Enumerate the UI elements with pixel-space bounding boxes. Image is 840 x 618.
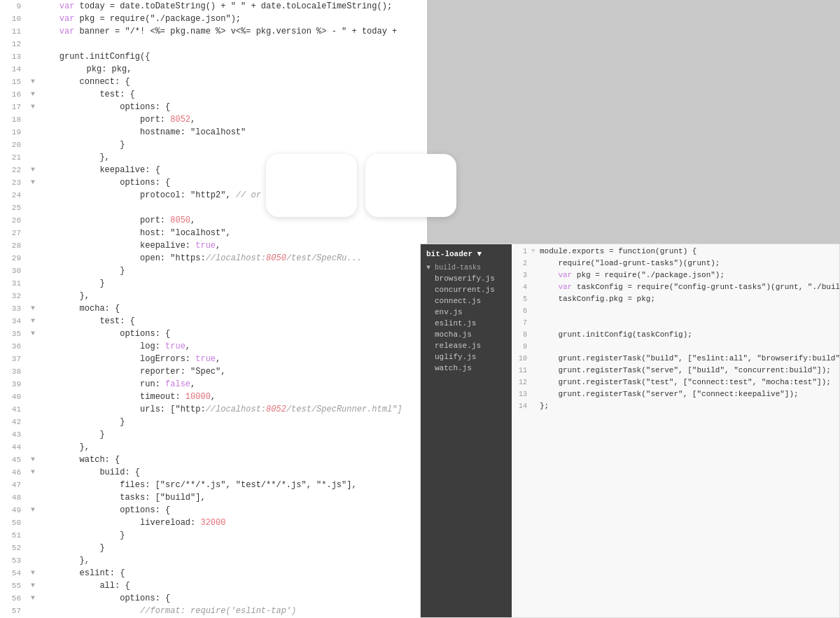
- line-number: 44: [0, 441, 28, 454]
- file-tree-item[interactable]: mocha.js: [421, 329, 512, 340]
- line-number: 47: [0, 479, 28, 491]
- right-code-text: grunt.registerTask("test", ["connect:tes…: [540, 377, 839, 388]
- right-code-line: 7: [512, 317, 839, 329]
- top-right-background: [427, 0, 840, 244]
- right-code-text: grunt.registerTask("build", ["eslint:all…: [540, 353, 839, 365]
- code-line: 37 logErrors: true,: [0, 353, 427, 365]
- code-line: 40 timeout: 10000,: [0, 391, 427, 403]
- file-tree-section[interactable]: ▼ build-tasks: [421, 261, 512, 273]
- fold-indicator[interactable]: ▼: [28, 328, 38, 340]
- file-tree-item[interactable]: env.js: [421, 307, 512, 318]
- line-number: 35: [0, 328, 28, 340]
- line-number: 19: [0, 126, 28, 139]
- fold-indicator[interactable]: ▼: [28, 76, 38, 88]
- fold-indicator[interactable]: ▼: [28, 504, 38, 517]
- code-text: options: {: [38, 328, 427, 340]
- code-text: all: {: [38, 580, 427, 592]
- file-tree-item[interactable]: connect.js: [421, 295, 512, 307]
- right-fold-indicator[interactable]: ▼: [531, 246, 540, 258]
- line-number: 30: [0, 265, 28, 277]
- code-text: connect: {: [38, 76, 427, 88]
- right-line-number: 11: [512, 365, 531, 377]
- line-number: 26: [0, 214, 28, 227]
- line-number: 15: [0, 76, 28, 88]
- right-line-number: 2: [512, 258, 531, 269]
- file-tree-item[interactable]: eslint.js: [421, 318, 512, 329]
- code-line: 39 run: false,: [0, 378, 427, 391]
- right-line-number: 14: [512, 400, 531, 412]
- fold-indicator[interactable]: ▼: [28, 466, 38, 479]
- right-code-line: 6: [512, 305, 839, 317]
- right-code-line: 14};: [512, 400, 839, 412]
- right-code-text: var taskConfig = require("config-grunt-t…: [540, 281, 839, 293]
- fold-indicator[interactable]: ▼: [28, 567, 38, 580]
- file-tree-item[interactable]: browserify.js: [421, 273, 512, 284]
- line-number: 48: [0, 491, 28, 504]
- fold-indicator[interactable]: ▼: [28, 176, 38, 189]
- file-tree-item[interactable]: uglify.js: [421, 351, 512, 363]
- line-number: 17: [0, 101, 28, 113]
- code-line: 47 files: ["src/**/*.js", "test/**/*.js"…: [0, 479, 427, 491]
- fold-indicator[interactable]: ▼: [28, 302, 38, 315]
- right-code-editor: 1▼module.exports = function(grunt) {2 re…: [512, 244, 839, 617]
- fold-indicator[interactable]: ▼: [28, 315, 38, 328]
- to-button[interactable]: [365, 154, 456, 217]
- line-number: 37: [0, 353, 28, 365]
- code-text: var banner = "/*! <%= pkg.name %> v<%= p…: [38, 25, 427, 38]
- fold-indicator[interactable]: ▼: [28, 164, 38, 176]
- line-number: 14: [0, 63, 28, 76]
- code-text: hostname: "localhost": [38, 126, 427, 139]
- right-code-line: 11 grunt.registerTask("serve", ["build",…: [512, 365, 839, 377]
- code-line: 16▼ test: {: [0, 88, 427, 101]
- right-code-text: grunt.initConfig(taskConfig);: [540, 329, 839, 341]
- right-code-text: grunt.registerTask("server", ["connect:k…: [540, 388, 839, 400]
- line-number: 29: [0, 252, 28, 265]
- code-line: 53 },: [0, 554, 427, 567]
- right-code-text: grunt.registerTask("serve", ["build", "c…: [540, 365, 839, 377]
- right-panel: bit-loader ▼ ▼ build-tasks browserify.js…: [420, 244, 840, 618]
- fold-indicator[interactable]: ▼: [28, 101, 38, 113]
- code-text: }: [38, 277, 427, 290]
- code-text: }: [38, 139, 427, 151]
- code-line: 57 //format: require('eslint-tap'): [0, 605, 427, 617]
- code-line: 35▼ options: {: [0, 328, 427, 340]
- line-number: 57: [0, 605, 28, 617]
- fold-indicator[interactable]: ▼: [28, 592, 38, 605]
- code-text: options: {: [38, 592, 427, 605]
- code-text: files: ["src/**/*.js", "test/**/*.js", "…: [38, 479, 427, 491]
- code-text: var today = date.toDateString() + " " + …: [38, 0, 427, 13]
- file-tree-header[interactable]: bit-loader ▼: [421, 247, 512, 261]
- code-text: pkg: pkg,: [45, 63, 427, 76]
- line-number: 40: [0, 391, 28, 403]
- code-text: }: [38, 529, 427, 542]
- fold-indicator[interactable]: ▼: [28, 454, 38, 466]
- file-tree-item[interactable]: watch.js: [421, 363, 512, 374]
- line-number: 9: [0, 0, 28, 13]
- right-line-number: 12: [512, 377, 531, 388]
- right-code-line: 1▼module.exports = function(grunt) {: [512, 246, 839, 258]
- line-number: 36: [0, 340, 28, 353]
- code-line: 46▼ build: {: [0, 466, 427, 479]
- line-number: 54: [0, 567, 28, 580]
- code-line: 42 }: [0, 416, 427, 428]
- line-number: 45: [0, 454, 28, 466]
- code-text: }: [38, 416, 427, 428]
- fold-indicator[interactable]: ▼: [28, 580, 38, 592]
- code-line: 28 keepalive: true,: [0, 239, 427, 252]
- fold-indicator[interactable]: ▼: [28, 88, 38, 101]
- code-line: 50 livereload: 32000: [0, 517, 427, 529]
- code-line: 29 open: "https://localhost:8050/test/Sp…: [0, 252, 427, 265]
- right-code-line: 13 grunt.registerTask("server", ["connec…: [512, 388, 839, 400]
- code-text: run: false,: [38, 378, 427, 391]
- code-text: //format: require('eslint-tap'): [38, 605, 427, 617]
- code-line: 20 }: [0, 139, 427, 151]
- file-tree-item[interactable]: release.js: [421, 340, 512, 351]
- from-button[interactable]: [266, 154, 357, 217]
- code-text: }: [38, 428, 427, 441]
- line-number: 51: [0, 529, 28, 542]
- line-number: 41: [0, 403, 28, 416]
- line-number: 27: [0, 227, 28, 239]
- right-line-number: 5: [512, 293, 531, 305]
- code-text: test: {: [38, 315, 427, 328]
- file-tree-item[interactable]: concurrent.js: [421, 284, 512, 295]
